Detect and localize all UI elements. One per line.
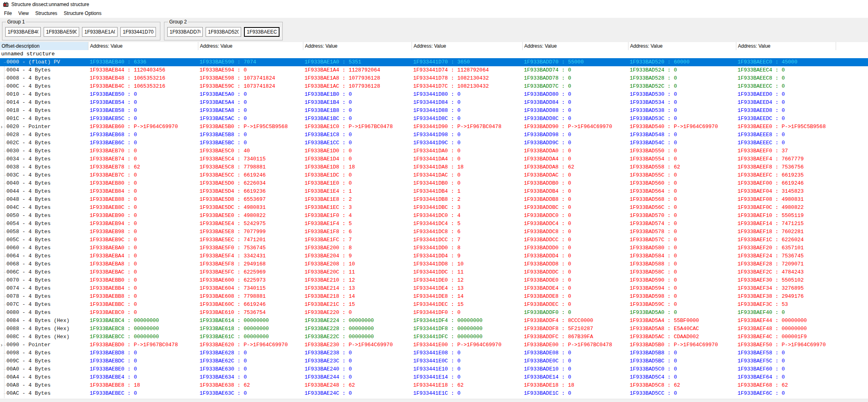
offset-cell[interactable]: 0078 - 4 Bytes <box>0 293 88 301</box>
value-cell[interactable]: 1F933BADD74 : 0 <box>523 66 628 74</box>
value-cell[interactable]: 1F933BAE61C : 00000000 <box>198 333 303 341</box>
value-cell[interactable]: 1F933BAEF18 : 7602281 <box>736 228 836 236</box>
table-row[interactable]: 0044 - 4 Bytes1F933BAEB84 : 01F933BAE5D4… <box>0 187 868 196</box>
value-cell[interactable]: 1F933BAE634 : 0 <box>198 373 303 381</box>
value-cell[interactable]: 1F933BADD78 : 0 <box>523 74 628 82</box>
value-cell[interactable]: 1F933BAE5FC : 6225969 <box>198 268 303 276</box>
value-cell[interactable]: 1F933441DBC : 3 <box>412 204 523 212</box>
value-cell[interactable]: 1F933BADDCC : 0 <box>523 236 628 244</box>
table-row[interactable]: 0068 - 4 Bytes1F933BAEBA8 : 01F933BAE5F8… <box>0 260 868 268</box>
value-cell[interactable]: 1F933BAE23C : 0 <box>303 357 412 365</box>
menu-structures[interactable]: Structures <box>32 9 61 17</box>
table-row[interactable]: 0034 - 4 Bytes1F933BAEB74 : 01F933BAE5C4… <box>0 155 868 163</box>
value-cell[interactable]: 1F933BAE590 : 7074 <box>198 58 303 66</box>
table-row[interactable]: 0098 - 4 Bytes1F933BAEBD8 : 01F933BAE628… <box>0 349 868 357</box>
value-cell[interactable]: 1F933BAD568 : 0 <box>628 196 736 204</box>
value-cell[interactable]: 1F933BAEBB4 : 0 <box>88 284 198 293</box>
value-cell[interactable]: 1F933BADDB4 : 0 <box>523 187 628 196</box>
offset-cell[interactable]: 0050 - 4 Bytes <box>0 212 88 220</box>
value-cell[interactable]: 1F933441DD8 : 10 <box>412 260 523 268</box>
value-cell[interactable]: 1F933BADD88 : 0 <box>523 107 628 115</box>
offset-cell[interactable]: 002C - 4 Bytes <box>0 139 88 147</box>
value-cell[interactable]: 1F933BAE618 : 00000000 <box>198 325 303 333</box>
value-cell[interactable]: 1F933BAEB40 : 6336 <box>88 58 198 66</box>
value-cell[interactable]: 1F933BAE5A8 : 0 <box>198 107 303 115</box>
value-cell[interactable]: 1F933BAD558 : 62 <box>628 163 736 171</box>
value-cell[interactable]: 1F933BAE5A0 : 0 <box>198 91 303 99</box>
value-cell[interactable]: 1F933BAEBCC : 00000000 <box>88 333 198 341</box>
offset-cell[interactable]: 0000 - (float) PV <box>0 58 88 66</box>
value-cell[interactable]: 1F933BAD534 : 0 <box>628 99 736 107</box>
value-cell[interactable]: 1F933BAEBC8 : 00000000 <box>88 325 198 333</box>
value-cell[interactable]: 1F933BAE20C : 11 <box>303 268 412 276</box>
value-cell[interactable]: 1F933BAD5AC : CDAAD002 <box>628 333 736 341</box>
value-cell[interactable]: 1F933BAD59C : 0 <box>628 301 736 309</box>
value-cell[interactable]: 1F933BADDA8 : 62 <box>523 163 628 171</box>
value-cell[interactable]: 1F933BAEBA4 : 0 <box>88 252 198 260</box>
group1-address-input-1[interactable] <box>5 27 41 37</box>
value-cell[interactable]: 1F933BADDC0 : 0 <box>523 212 628 220</box>
offset-cell[interactable]: 00A0 - 4 Bytes <box>0 365 88 373</box>
value-cell[interactable]: 1F933BAD598 : 0 <box>628 293 736 301</box>
value-cell[interactable]: 1F933BADE00 : P->1F967BC0478 <box>523 341 628 349</box>
value-cell[interactable]: 1F933BAD594 : 0 <box>628 284 736 293</box>
value-cell[interactable]: 1F933BAEB44 : 1120403456 <box>88 66 198 74</box>
address-value-header-5[interactable]: Address: Value <box>523 42 628 50</box>
value-cell[interactable]: 1F933BAEEF8 : 7536756 <box>736 163 836 171</box>
value-cell[interactable]: 1F933BAEB84 : 0 <box>88 187 198 196</box>
value-cell[interactable]: 1F933BADE10 : 0 <box>523 365 628 373</box>
value-cell[interactable]: 1F933BAEEC8 : 0 <box>736 74 836 82</box>
value-cell[interactable]: 1F933441DE8 : 14 <box>412 293 523 301</box>
value-cell[interactable]: 1F933BAEB6C : 0 <box>88 139 198 147</box>
value-cell[interactable]: 1F933BAE1C8 : 0 <box>303 131 412 139</box>
value-cell[interactable]: 1F933BAEBB8 : 0 <box>88 293 198 301</box>
value-cell[interactable]: 1F933BADDBC : 0 <box>523 204 628 212</box>
value-cell[interactable]: 1F933441D9C : 0 <box>412 139 523 147</box>
value-cell[interactable]: 1F933BADE18 : 18 <box>523 381 628 389</box>
value-cell[interactable]: 1F933441DC4 : 5 <box>412 220 523 228</box>
table-row[interactable]: 0048 - 4 Bytes1F933BAEB88 : 01F933BAE5D8… <box>0 196 868 204</box>
value-cell[interactable]: 1F933441D84 : 0 <box>412 99 523 107</box>
value-cell[interactable]: 1F933BAD57C : 0 <box>628 236 736 244</box>
value-cell[interactable]: 1F933BAD548 : 0 <box>628 131 736 139</box>
value-cell[interactable]: 1F933BAEF1C : 6226024 <box>736 236 836 244</box>
value-cell[interactable]: 1F933BAE1D0 : 0 <box>303 147 412 155</box>
value-cell[interactable]: 1F933441D78 : 1082130432 <box>412 74 523 82</box>
value-cell[interactable]: 1F933BAE24C : 0 <box>303 389 412 398</box>
offset-cell[interactable]: 00A4 - 4 Bytes <box>0 373 88 381</box>
value-cell[interactable]: 1F933BAE230 : P->1F964C69970 <box>303 341 412 349</box>
value-cell[interactable]: 1F933BAD58C : 0 <box>628 268 736 276</box>
table-row[interactable]: 0070 - 4 Bytes1F933BAEBB0 : 01F933BAE600… <box>0 276 868 284</box>
value-cell[interactable]: 1F933BAD5BC : 0 <box>628 357 736 365</box>
structure-root-row[interactable]: unnamed structure <box>0 50 868 58</box>
menu-file[interactable]: File <box>1 9 15 17</box>
value-cell[interactable]: 1F933BAEB94 : 0 <box>88 220 198 228</box>
value-cell[interactable]: 1F933BAEBC4 : 00000000 <box>88 317 198 325</box>
value-cell[interactable]: 1F933BAEB98 : 0 <box>88 228 198 236</box>
value-cell[interactable]: 1F933441DA8 : 18 <box>412 163 523 171</box>
value-cell[interactable]: 1F933BAD5CC : 0 <box>628 389 736 398</box>
value-cell[interactable]: 1F933441DC0 : 4 <box>412 212 523 220</box>
value-cell[interactable]: 1F933BADE08 : 0 <box>523 349 628 357</box>
value-cell[interactable]: 1F933441D74 : 1128792064 <box>412 66 523 74</box>
table-row[interactable]: 0078 - 4 Bytes1F933BAEBB8 : 01F933BAE608… <box>0 293 868 301</box>
offset-cell[interactable]: 001C - 4 Bytes <box>0 115 88 123</box>
value-cell[interactable]: 1F933BAEB48 : 1065353216 <box>88 74 198 82</box>
value-cell[interactable]: 1F933BAEF40 : 0 <box>736 309 836 317</box>
value-cell[interactable]: 1F933BAE5C8 : 7798881 <box>198 163 303 171</box>
value-cell[interactable]: 1F933BADD84 : 0 <box>523 99 628 107</box>
value-cell[interactable]: 1F933441DD4 : 9 <box>412 252 523 260</box>
value-cell[interactable]: 1F933BAD590 : 0 <box>628 276 736 284</box>
table-row[interactable]: 00AC - 4 Bytes1F933BAEBEC : 01F933BAE63C… <box>0 389 868 398</box>
structure-list[interactable]: unnamed structure 0000 - (float) PV1F933… <box>0 50 868 399</box>
table-row[interactable]: 0010 - 4 Bytes1F933BAEB50 : 01F933BAE5A0… <box>0 91 868 99</box>
value-cell[interactable]: 1F933BAEB50 : 0 <box>88 91 198 99</box>
value-cell[interactable]: 1F933BAE5AC : 0 <box>198 115 303 123</box>
value-cell[interactable]: 1F933BAE1F4 : 5 <box>303 220 412 228</box>
value-cell[interactable]: 1F933BAE5DC : 4980831 <box>198 204 303 212</box>
value-cell[interactable]: 1F933BAEB5C : 0 <box>88 115 198 123</box>
offset-cell[interactable]: ›0090 - Pointer <box>0 341 88 349</box>
value-cell[interactable]: 1F933441DFC : 00000000 <box>412 333 523 341</box>
table-row[interactable]: 006C - 4 Bytes1F933BAEBAC : 01F933BAE5FC… <box>0 268 868 276</box>
value-cell[interactable]: 1F933BAE1E0 : 0 <box>303 179 412 187</box>
